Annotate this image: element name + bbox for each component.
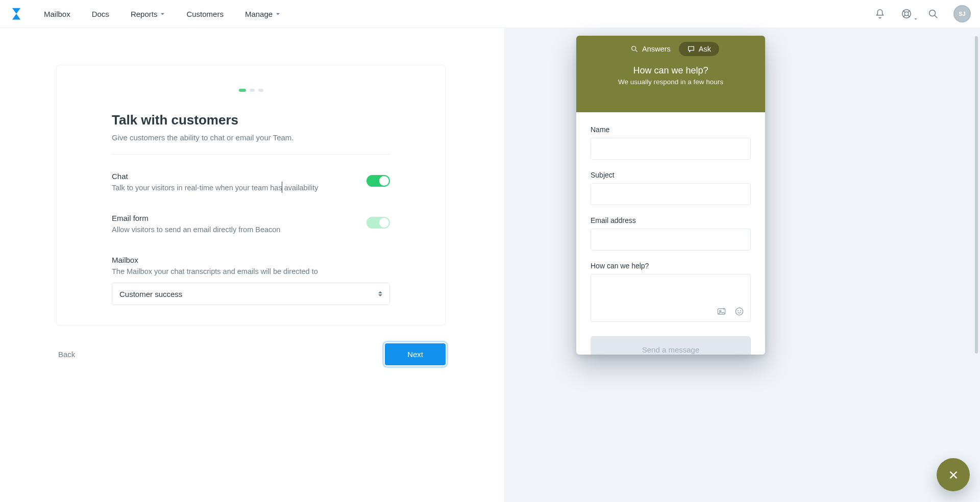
chevron-down-icon [160,12,165,16]
message-input[interactable] [591,274,751,322]
email-row: Email form Allow visitors to send an ema… [112,214,390,235]
mailbox-select[interactable]: Customer success [112,283,390,305]
mailbox-select-value: Customer success [119,290,182,298]
chat-icon [687,45,695,53]
main: Talk with customers Give customers the a… [0,28,980,502]
nav-docs[interactable]: Docs [83,7,118,21]
name-label: Name [591,126,751,134]
wizard-footer: Back Next [56,343,446,365]
chat-title: Chat [112,172,318,181]
toggle-knob [379,218,389,228]
back-button[interactable]: Back [56,345,77,364]
nav-items: Mailbox Docs Reports Customers Manage [35,7,289,21]
toggle-knob [379,176,389,186]
nav-docs-label: Docs [92,10,109,18]
search-icon [630,45,639,53]
progress-step-2 [250,89,255,92]
nav-customers-label: Customers [186,10,224,18]
scrollbar[interactable] [974,36,979,354]
beacon-header: Answers Ask How can we help? We usually … [576,36,765,112]
beacon-tab-ask-label: Ask [699,45,711,53]
left-pane: Talk with customers Give customers the a… [0,28,504,502]
name-input[interactable] [591,138,751,160]
logo-icon [10,7,23,20]
beacon-tab-answers-label: Answers [642,45,671,53]
beacon-tab-ask[interactable]: Ask [679,42,719,56]
avatar-initials: SJ [959,11,965,17]
svg-point-1 [904,12,908,15]
chevron-down-icon [276,12,280,16]
subject-label: Subject [591,171,751,179]
chat-desc: Talk to your visitors in real-time when … [112,183,318,193]
divider [112,154,390,155]
nav-manage-label: Manage [245,10,273,18]
email-title: Email form [112,214,280,222]
message-label: How can we help? [591,262,751,270]
close-icon [948,469,959,481]
beacon-title: How can we help? [585,65,756,76]
attach-image-icon[interactable] [717,307,726,316]
avatar[interactable]: SJ [953,5,971,22]
bell-icon [874,8,886,19]
help-button[interactable] [900,8,913,20]
email-desc: Allow visitors to send an email directly… [112,224,280,235]
text-cursor-icon [282,182,282,193]
beacon-preview: Answers Ask How can we help? We usually … [576,36,765,355]
chat-toggle[interactable] [366,175,390,187]
nav-manage[interactable]: Manage [236,7,289,21]
progress-step-1 [239,89,246,92]
mailbox-title: Mailbox [112,256,390,264]
top-nav: Mailbox Docs Reports Customers Manage [0,0,980,28]
nav-right: SJ [874,5,971,22]
beacon-tabs: Answers Ask [622,42,719,56]
chat-row: Chat Talk to your visitors in real-time … [112,172,390,193]
beacon-fab[interactable] [937,458,970,491]
updown-caret-icon [378,291,382,296]
card-title: Talk with customers [112,112,390,128]
email-input[interactable] [591,229,751,250]
svg-point-8 [740,311,741,311]
notifications-button[interactable] [874,8,886,20]
card-subtitle: Give customers the ability to chat or em… [112,133,390,142]
email-toggle[interactable] [366,217,390,229]
buoy-icon [901,8,912,19]
nav-customers[interactable]: Customers [177,7,233,21]
nav-reports[interactable]: Reports [121,7,175,21]
beacon-body: Name Subject Email address How can we he… [576,112,765,355]
nav-mailbox-label: Mailbox [44,10,70,18]
search-icon [927,8,939,19]
beacon-tab-answers[interactable]: Answers [622,42,679,56]
email-label: Email address [591,216,751,224]
nav-reports-label: Reports [131,10,158,18]
subject-input[interactable] [591,183,751,205]
svg-point-7 [738,311,739,311]
svg-point-3 [632,46,636,51]
chevron-down-icon [914,18,917,20]
send-message-button[interactable]: Send a message [591,336,751,355]
next-button[interactable]: Next [385,343,446,365]
scrollbar-thumb[interactable] [975,36,978,354]
progress-step-3 [258,89,263,92]
right-pane: Answers Ask How can we help? We usually … [504,28,980,502]
progress-dots [112,89,390,92]
mailbox-desc: The Mailbox your chat transcripts and em… [112,267,390,275]
nav-mailbox[interactable]: Mailbox [35,7,80,21]
emoji-icon[interactable] [734,307,744,316]
search-button[interactable] [927,8,939,20]
settings-card: Talk with customers Give customers the a… [56,65,446,325]
beacon-subtitle: We usually respond in a few hours [585,78,756,86]
svg-point-6 [736,308,743,315]
logo [9,7,23,21]
svg-point-2 [929,10,936,16]
